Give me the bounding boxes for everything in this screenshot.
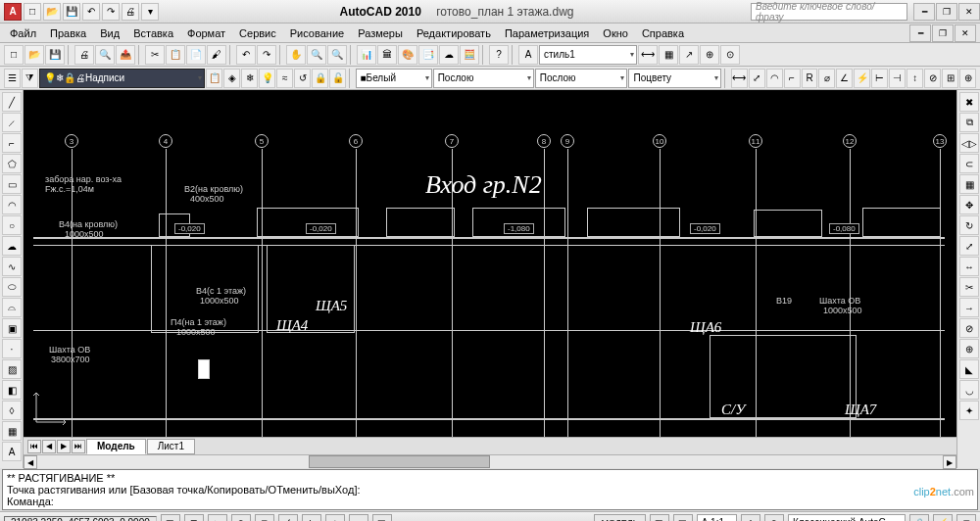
array-icon[interactable]: ▦ [959, 174, 979, 194]
explode-icon[interactable]: ✦ [959, 401, 979, 420]
gradient-icon[interactable]: ◧ [2, 380, 22, 400]
menu-draw[interactable]: Рисование [284, 25, 350, 41]
copy-obj-icon[interactable]: ⧉ [959, 113, 979, 132]
layer-freeze-icon[interactable]: ❄ [241, 69, 258, 88]
tab-model[interactable]: Модель [86, 439, 146, 454]
arc-icon[interactable]: ◠ [2, 195, 22, 214]
layer-filter-icon[interactable]: ⧩ [22, 69, 38, 88]
scale-icon[interactable]: ⤢ [959, 236, 979, 256]
match-icon[interactable]: 🖌 [207, 45, 226, 65]
annotation-autoscale-icon[interactable]: ⊕ [764, 514, 784, 522]
extend-icon[interactable]: → [959, 298, 979, 317]
snap-toggle[interactable]: ▦ [161, 514, 180, 522]
open-icon[interactable]: 📂 [24, 45, 44, 65]
dim-continue-icon[interactable]: ⊣ [889, 69, 906, 88]
polyline-icon[interactable]: ⌐ [2, 133, 22, 153]
clean-screen-icon[interactable]: ▢ [956, 514, 976, 522]
dyn-toggle[interactable]: + [325, 514, 345, 522]
tolerance-icon[interactable]: ⊞ [942, 69, 958, 88]
preview-icon[interactable]: 🔍 [95, 45, 115, 65]
help-icon[interactable]: ? [489, 45, 509, 65]
zoom-prev-icon[interactable]: 🔍 [327, 45, 347, 65]
sheet-set-icon[interactable]: 📑 [418, 45, 438, 65]
lwt-toggle[interactable]: ≡ [349, 514, 368, 522]
layer-iso-icon[interactable]: ◈ [223, 69, 240, 88]
menu-insert[interactable]: Вставка [127, 25, 179, 41]
doc-restore-button[interactable]: ❐ [932, 24, 954, 42]
undo-icon[interactable]: ↶ [236, 45, 256, 65]
redo-icon[interactable]: ↷ [257, 45, 276, 65]
dim-aligned-icon[interactable]: ⤢ [749, 69, 765, 88]
qat-dropdown-icon[interactable]: ▾ [141, 3, 159, 21]
annot2-icon[interactable]: ⊙ [720, 45, 740, 65]
ellipse-arc-icon[interactable]: ⌓ [2, 298, 22, 317]
toolbar-lock-icon[interactable]: 🔒 [909, 514, 929, 522]
drawing-canvas[interactable]: 3 4 5 6 7 8 9 10 11 12 13 [24, 90, 956, 437]
move-icon[interactable]: ✥ [959, 195, 979, 214]
table-icon[interactable]: ▦ [659, 45, 678, 65]
stretch-icon[interactable]: ↔ [959, 257, 979, 276]
menu-window[interactable]: Окно [597, 25, 634, 41]
scroll-left-icon[interactable]: ◀ [24, 455, 37, 469]
markup-icon[interactable]: ☁ [439, 45, 459, 65]
close-button[interactable]: ✕ [958, 3, 980, 21]
color-combo[interactable]: ■ Белый [356, 69, 432, 88]
xline-icon[interactable]: ⟋ [2, 113, 22, 132]
save-icon[interactable]: 💾 [45, 45, 65, 65]
qat-redo-icon[interactable]: ↷ [102, 3, 120, 21]
menu-edit[interactable]: Правка [44, 25, 92, 41]
ellipse-icon[interactable]: ⬭ [2, 277, 22, 297]
help-search-input[interactable]: Введите ключевое слово/фразу [751, 3, 907, 21]
spline-icon[interactable]: ∿ [2, 257, 22, 276]
layer-match-icon[interactable]: ≈ [276, 69, 293, 88]
dim-radius-icon[interactable]: R [802, 69, 818, 88]
cut-icon[interactable]: ✂ [145, 45, 165, 65]
mtext-icon[interactable]: A [2, 442, 22, 461]
hardware-accel-icon[interactable]: ⚡ [933, 514, 953, 522]
menu-dimension[interactable]: Размеры [352, 25, 409, 41]
zoom-icon[interactable]: 🔍 [307, 45, 326, 65]
publish-icon[interactable]: 📤 [116, 45, 135, 65]
qp-toggle[interactable]: ▤ [372, 514, 392, 522]
command-window[interactable]: ** РАСТЯГИВАНИЕ ** Точка растягивания ил… [2, 469, 978, 510]
calc-icon[interactable]: 🧮 [460, 45, 479, 65]
qat-undo-icon[interactable]: ↶ [82, 3, 100, 21]
menu-parametric[interactable]: Параметризация [499, 25, 595, 41]
center-mark-icon[interactable]: ⊕ [959, 69, 976, 88]
otrack-toggle[interactable]: ∠ [278, 514, 298, 522]
dim-ordinate-icon[interactable]: ⌐ [784, 69, 801, 88]
join-icon[interactable]: ⊕ [959, 339, 979, 358]
mleader-icon[interactable]: ↗ [679, 45, 699, 65]
dim-quick-icon[interactable]: ⚡ [854, 69, 870, 88]
grid-toggle[interactable]: ⊞ [184, 514, 204, 522]
mirror-icon[interactable]: ◁▷ [959, 133, 979, 153]
doc-close-button[interactable]: ✕ [955, 24, 976, 42]
ortho-toggle[interactable]: ∟ [208, 514, 227, 522]
pan-icon[interactable]: ✋ [286, 45, 306, 65]
plotstyle-combo[interactable]: Поцвету [628, 69, 721, 88]
copy-icon[interactable]: 📋 [166, 45, 185, 65]
quickview-drawings-icon[interactable]: ▣ [673, 514, 693, 522]
block-icon[interactable]: ▣ [2, 318, 22, 338]
model-paper-toggle[interactable]: МОДЕЛЬ [594, 514, 645, 522]
dim-icon[interactable]: ⟷ [638, 45, 658, 65]
menu-help[interactable]: Справка [636, 25, 690, 41]
layer-off-icon[interactable]: 💡 [259, 69, 275, 88]
tab-next-icon[interactable]: ▶ [57, 440, 71, 453]
quickview-layouts-icon[interactable]: ▦ [650, 514, 669, 522]
table-icon[interactable]: ▦ [2, 421, 22, 441]
qat-new-icon[interactable]: □ [24, 3, 41, 21]
dim-space-icon[interactable]: ↕ [906, 69, 923, 88]
chamfer-icon[interactable]: ◣ [959, 359, 979, 379]
plot-icon[interactable]: 🖨 [74, 45, 94, 65]
revcloud-icon[interactable]: ☁ [2, 236, 22, 256]
menu-tools[interactable]: Сервис [233, 25, 282, 41]
text-style-combo[interactable]: стиль1 [539, 45, 637, 65]
maximize-button[interactable]: ❐ [936, 3, 957, 21]
dim-angular-icon[interactable]: ∠ [836, 69, 853, 88]
new-icon[interactable]: □ [4, 45, 24, 65]
annot1-icon[interactable]: ⊕ [700, 45, 719, 65]
tab-prev-icon[interactable]: ◀ [42, 440, 56, 453]
rectangle-icon[interactable]: ▭ [2, 174, 22, 194]
trim-icon[interactable]: ✂ [959, 277, 979, 297]
